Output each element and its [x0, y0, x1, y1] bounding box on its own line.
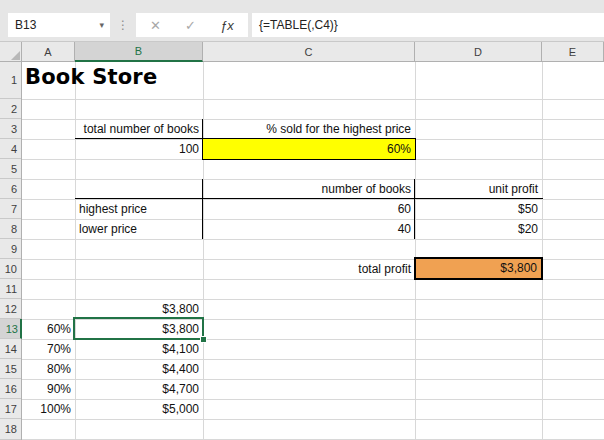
gridline	[415, 62, 416, 440]
cell-b12-value[interactable]: $3,800	[75, 299, 203, 319]
cell-b7-label[interactable]: highest price	[75, 199, 203, 219]
gridline	[22, 239, 604, 240]
cell-b3-label[interactable]: total number of books	[75, 119, 203, 139]
cell-c6-label[interactable]: number of books	[203, 179, 415, 199]
cell-a16-value[interactable]: 90%	[22, 379, 75, 399]
cell-c8-value[interactable]: 40	[203, 219, 415, 239]
cell-b14-value[interactable]: $4,100	[75, 339, 203, 359]
selection-border	[73, 317, 204, 340]
cell-b16-value[interactable]: $4,700	[75, 379, 203, 399]
excel-window: B13 ▾ ⋮ ✕ ✓ ƒx {=TABLE(,C4)} A B C D E 1…	[0, 0, 604, 440]
cell-a15-value[interactable]: 80%	[22, 359, 75, 379]
cell-d7-value[interactable]: $50	[415, 199, 542, 219]
fill-handle[interactable]	[200, 336, 207, 343]
cell-a17-value[interactable]: 100%	[22, 399, 75, 419]
cell-b17-value[interactable]: $5,000	[75, 399, 203, 419]
cell-c10-label[interactable]: total profit	[203, 259, 415, 279]
gridline	[22, 99, 604, 100]
cell-b8-label[interactable]: lower price	[75, 219, 203, 239]
cell-b15-value[interactable]: $4,400	[75, 359, 203, 379]
cell-a14-value[interactable]: 70%	[22, 339, 75, 359]
cell-a1-title[interactable]: Book Store	[25, 65, 157, 89]
cell-c4-highlighted-value[interactable]: 60%	[202, 138, 416, 160]
gridline	[22, 419, 604, 420]
cell-c3-label[interactable]: % sold for the highest price	[203, 119, 415, 139]
cell-d8-value[interactable]: $20	[415, 219, 542, 239]
gridline	[542, 62, 543, 440]
cell-a13-value[interactable]: 60%	[22, 319, 75, 339]
cell-b4-value[interactable]: 100	[75, 139, 203, 159]
cell-d10-highlighted-value[interactable]: $3,800	[414, 257, 543, 280]
cell-d6-label[interactable]: unit profit	[415, 179, 542, 199]
cell-c7-value[interactable]: 60	[203, 199, 415, 219]
